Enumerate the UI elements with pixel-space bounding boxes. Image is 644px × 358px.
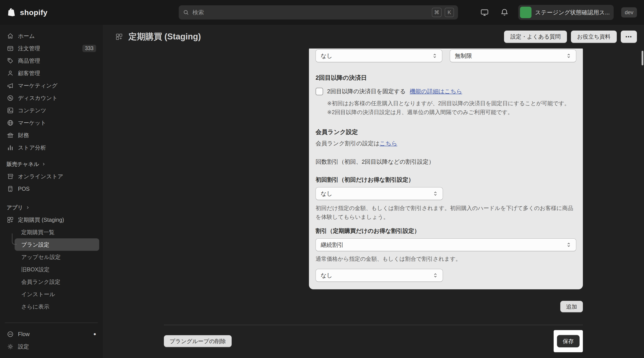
brand-wordmark: shopify	[20, 8, 48, 17]
bar-chart-icon	[7, 144, 14, 151]
sidebar-item-content[interactable]: コンテンツ	[4, 104, 99, 116]
frame: ホーム 注文管理 333 商品管理 顧客管理 マーケティング	[0, 25, 644, 358]
feature-details-link[interactable]: 機能の詳細はこちら	[410, 88, 462, 95]
resources-button[interactable]: お役立ち資料	[571, 30, 617, 43]
sidebar-item-finance[interactable]: 財務	[4, 129, 99, 141]
storefront-icon	[7, 173, 14, 180]
page-actions-row: プラングループの削除 保存	[164, 330, 583, 352]
monitor-icon	[480, 8, 489, 17]
search-input[interactable]: 検索 ⌘ K	[179, 5, 458, 20]
sidebar-item-label: Flow	[18, 331, 30, 338]
first-discount-select[interactable]: なし	[316, 187, 443, 200]
env-badge: dev	[621, 7, 637, 18]
sidebar-subitem-show-more[interactable]: さらに表示	[14, 300, 99, 313]
sidebar-item-discounts[interactable]: ディスカウント	[4, 92, 99, 104]
note-line: ※2回目以降の決済日設定は月、週単位の購入間隔でのみご利用可能です。	[327, 108, 576, 116]
member-rank-text: 会員ランク割引の設定は	[316, 140, 380, 147]
search-icon	[183, 9, 189, 16]
page-header: 定期購買 (Staging) 設定・よくある質問 お役立ち資料 ⋯	[103, 25, 644, 48]
limit-select[interactable]: 無制限	[450, 50, 576, 62]
sidebar-item-label: ホーム	[18, 32, 35, 40]
chevron-right-icon	[41, 162, 46, 166]
sidebar-item-markets[interactable]: マーケット	[4, 116, 99, 129]
first-discount-title: 初回割引（初回だけお得な割引設定）	[316, 176, 576, 184]
sidebar-item-label: アップセル設定	[21, 254, 61, 261]
ongoing-discount-title: 割引（定期購買だけのお得な割引設定）	[316, 227, 576, 235]
orders-icon	[7, 45, 14, 52]
dev-tools-button[interactable]	[478, 6, 491, 18]
sidebar-item-customers[interactable]: 顧客管理	[4, 67, 99, 79]
sidebar-item-analytics[interactable]: ストア分析	[4, 141, 99, 154]
topbar: shopify 検索 ⌘ K ステージング状態確認用ス	[0, 0, 644, 25]
member-rank-link[interactable]: こちら	[380, 140, 397, 147]
pos-device-icon	[7, 185, 14, 192]
ongoing-discount-select[interactable]: 継続割引	[316, 238, 576, 251]
sidebar-item-marketing[interactable]: マーケティング	[4, 79, 99, 92]
sidebar-item-label: マーケティング	[18, 82, 58, 89]
sidebar-item-label: オンラインストア	[18, 173, 63, 180]
sidebar-section-apps[interactable]: アプリ	[4, 202, 99, 214]
sidebar-item-pos[interactable]: POS	[4, 182, 99, 195]
sidebar-subitem-member-rank-settings[interactable]: 会員ランク設定	[14, 276, 99, 288]
select-caret-icon	[432, 190, 439, 197]
page-header-actions: 設定・よくある質問 お役立ち資料 ⋯	[504, 30, 637, 43]
sidebar-subitem-old-box-settings[interactable]: 旧BOX設定	[14, 263, 99, 276]
page-title: 定期購買 (Staging)	[128, 31, 201, 42]
settings-faq-button[interactable]: 設定・よくある質問	[504, 30, 567, 43]
plan-settings-card: なし 無制限 2回目以降の決済日 2回目以降の決済日を固定する	[309, 48, 583, 289]
globe-icon	[7, 119, 14, 126]
content-icon	[7, 107, 14, 114]
final-select[interactable]: なし	[316, 269, 443, 282]
sidebar-item-products[interactable]: 商品管理	[4, 54, 99, 67]
search-placeholder: 検索	[192, 9, 429, 16]
sidebar-item-flow[interactable]: Flow •	[4, 328, 99, 340]
top-selects-row: なし 無制限	[316, 50, 576, 62]
sidebar-item-app-teikikobai[interactable]: 定期購買 (Staging)	[4, 214, 99, 226]
sidebar-item-online-store[interactable]: オンラインストア	[4, 170, 99, 182]
bell-icon	[500, 8, 509, 17]
more-actions-button[interactable]: ⋯	[621, 30, 637, 43]
delete-plan-group-button[interactable]: プラングループの削除	[164, 335, 232, 347]
sidebar-item-label: 定期購買 (Staging)	[18, 216, 64, 224]
save-button-highlight: 保存	[554, 330, 583, 352]
interval-select[interactable]: なし	[316, 50, 442, 62]
store-menu[interactable]: ステージング状態確認用ス...	[518, 5, 614, 20]
checkbox-label: 2回目以降の決済日を固定する	[327, 88, 406, 95]
fixed-payment-day-checkbox[interactable]	[316, 88, 323, 95]
page-container: なし 無制限 2回目以降の決済日 2回目以降の決済日を固定する	[164, 48, 583, 358]
sidebar-section-sales-channels[interactable]: 販売チャネル	[4, 158, 99, 170]
sidebar-item-label: 顧客管理	[18, 70, 40, 77]
sidebar-item-label: 会員ランク設定	[21, 278, 60, 286]
sidebar-item-orders[interactable]: 注文管理 333	[4, 42, 99, 54]
select-caret-icon	[566, 52, 572, 59]
sidebar-item-label: 商品管理	[18, 57, 40, 64]
sidebar-item-label: 設定	[18, 343, 29, 350]
fixed-payment-day-row: 2回目以降の決済日を固定する 機能の詳細はこちら	[316, 88, 576, 95]
add-button[interactable]: 追加	[560, 301, 583, 312]
sidebar-item-label: ストア分析	[18, 144, 46, 151]
sidebar-item-home[interactable]: ホーム	[4, 30, 99, 42]
scrollbar-thumb[interactable]	[642, 51, 643, 65]
sidebar-item-label: さらに表示	[21, 303, 50, 310]
shopify-logo[interactable]: shopify	[7, 8, 48, 17]
store-name: ステージング状態確認用ス...	[535, 9, 610, 16]
save-button[interactable]: 保存	[557, 335, 580, 347]
sidebar-item-label: プラン設定	[21, 241, 50, 248]
select-value: 無制限	[455, 52, 566, 60]
sidebar-subitem-install[interactable]: インストール	[14, 288, 99, 300]
orders-count-badge: 333	[82, 45, 96, 52]
sidebar-subitem-plan-settings[interactable]: プラン設定	[14, 238, 99, 251]
sidebar-main-nav: ホーム 注文管理 333 商品管理 顧客管理 マーケティング	[4, 30, 99, 318]
flow-icon	[7, 330, 14, 338]
note-line: ※初回はお客様の任意購入日となりますが、2回目以降の決済日を固定日にすることが可…	[327, 99, 576, 108]
section-label: アプリ	[7, 204, 23, 211]
sidebar-item-label: マーケット	[18, 119, 46, 126]
chevron-right-icon	[25, 205, 30, 210]
megaphone-icon	[7, 82, 14, 89]
sidebar-item-settings[interactable]: 設定	[4, 340, 99, 353]
app-grid-icon	[115, 33, 123, 41]
sidebar-subitem-subscription-list[interactable]: 定期購買一覧	[14, 226, 99, 238]
sidebar-subitem-upsell-settings[interactable]: アップセル設定	[14, 251, 99, 263]
sidebar-item-label: 財務	[18, 132, 29, 139]
notifications-button[interactable]	[498, 6, 511, 18]
